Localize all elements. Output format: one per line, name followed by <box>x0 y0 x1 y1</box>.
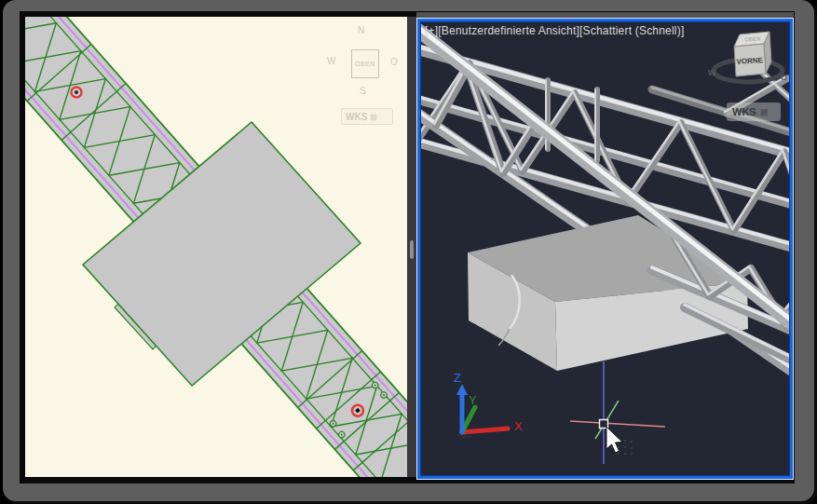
ucs-badge[interactable]: WKS ▦ <box>727 102 781 121</box>
viewport-2d-plan[interactable]: N W OBEN O S WKS ▦ <box>25 17 407 477</box>
ucs-badge[interactable]: WKS ▦ <box>341 108 393 125</box>
axis-x-label: X <box>514 419 523 433</box>
viewcube-south[interactable]: S <box>360 86 366 96</box>
viewcube-top-label[interactable]: OBEN <box>744 36 760 43</box>
viewcube-top-face[interactable]: OBEN <box>351 49 379 78</box>
viewport-label: [+][Benutzerdefinierte Ansicht][Schattie… <box>425 24 684 37</box>
viewport-3d-shaded[interactable]: X Y Z <box>420 21 790 476</box>
ucs-grid-icon: ▦ <box>760 107 769 116</box>
active-viewport-border: X Y Z <box>416 18 794 480</box>
divider-handle[interactable] <box>410 240 414 259</box>
ucs-x-axis <box>462 429 508 432</box>
viewport-divider[interactable] <box>407 17 416 477</box>
ucs-grid-icon: ▦ <box>370 113 377 121</box>
ucs-badge-label: WKS <box>346 112 367 122</box>
application-window: N W OBEN O S WKS ▦ <box>0 0 817 504</box>
viewcube-north[interactable]: N <box>358 25 364 35</box>
viewcube-east[interactable]: O <box>390 57 398 67</box>
viewcube-east[interactable]: O <box>781 73 787 82</box>
active-viewport-blue-border: X Y Z <box>417 19 793 479</box>
mouse-cursor <box>606 427 622 453</box>
visual-style-menu[interactable]: [Schattiert (Schnell)] <box>579 24 684 37</box>
plan-drawing <box>25 17 407 477</box>
ucs-badge-label: WKS <box>732 106 756 117</box>
viewport-controls-menu[interactable]: [+] <box>425 24 438 37</box>
axis-y-label: Y <box>469 393 477 407</box>
axis-z-label: Z <box>454 371 461 385</box>
viewcube-west[interactable]: W <box>708 68 716 77</box>
ucs-icon: X Y Z <box>454 371 523 438</box>
viewcube-3d[interactable]: W O VORNE OBEN <box>706 24 790 91</box>
view-name-menu[interactable]: [Benutzerdefinierte Ansicht] <box>438 24 579 37</box>
viewcube-west[interactable]: W <box>327 56 335 66</box>
